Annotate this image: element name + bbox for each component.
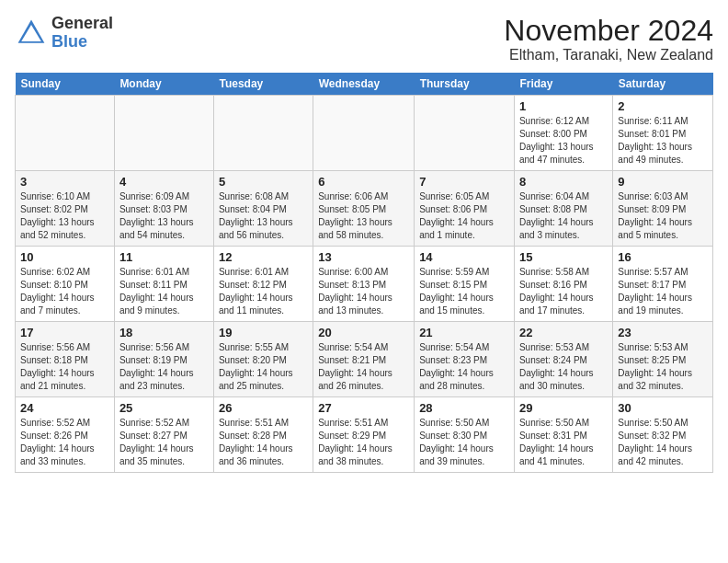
day-header-monday: Monday (114, 73, 213, 96)
day-number: 30 (618, 401, 708, 415)
cell-details: Sunrise: 6:11 AMSunset: 8:01 PMDaylight:… (618, 115, 708, 167)
calendar-cell: 4Sunrise: 6:09 AMSunset: 8:03 PMDaylight… (114, 171, 213, 247)
logo-text: General Blue (51, 15, 113, 52)
logo-blue: Blue (51, 33, 113, 52)
calendar-cell: 3Sunrise: 6:10 AMSunset: 8:02 PMDaylight… (16, 171, 115, 247)
title-area: November 2024 Eltham, Taranaki, New Zeal… (504, 15, 713, 63)
cell-details: Sunrise: 5:53 AMSunset: 8:25 PMDaylight:… (618, 341, 708, 393)
calendar-cell (313, 96, 415, 171)
cell-details: Sunrise: 5:58 AMSunset: 8:16 PMDaylight:… (519, 266, 608, 317)
month-title: November 2024 (504, 15, 713, 47)
day-number: 24 (20, 401, 109, 415)
cell-details: Sunrise: 5:59 AMSunset: 8:15 PMDaylight:… (419, 266, 509, 317)
calendar-cell: 5Sunrise: 6:08 AMSunset: 8:04 PMDaylight… (213, 171, 313, 247)
calendar-cell: 29Sunrise: 5:50 AMSunset: 8:31 PMDayligh… (514, 397, 612, 473)
day-number: 9 (618, 175, 708, 189)
calendar-cell (16, 96, 115, 171)
day-header-thursday: Thursday (415, 73, 515, 96)
day-number: 22 (519, 326, 608, 339)
calendar-cell: 18Sunrise: 5:56 AMSunset: 8:19 PMDayligh… (114, 322, 213, 397)
day-header-tuesday: Tuesday (213, 73, 313, 96)
cell-details: Sunrise: 6:08 AMSunset: 8:04 PMDaylight:… (219, 190, 308, 242)
day-number: 11 (119, 250, 209, 264)
calendar-cell (114, 96, 213, 171)
day-number: 16 (618, 250, 708, 264)
day-number: 3 (20, 175, 109, 189)
day-number: 28 (419, 401, 509, 415)
calendar-cell: 11Sunrise: 6:01 AMSunset: 8:11 PMDayligh… (114, 247, 213, 322)
day-number: 1 (519, 99, 608, 113)
calendar-cell: 14Sunrise: 5:59 AMSunset: 8:15 PMDayligh… (415, 247, 515, 322)
calendar-cell: 25Sunrise: 5:52 AMSunset: 8:27 PMDayligh… (114, 397, 213, 473)
location-subtitle: Eltham, Taranaki, New Zealand (504, 47, 713, 63)
day-header-friday: Friday (514, 73, 612, 96)
calendar-cell: 28Sunrise: 5:50 AMSunset: 8:30 PMDayligh… (415, 397, 515, 473)
day-header-row: SundayMondayTuesdayWednesdayThursdayFrid… (16, 73, 713, 96)
calendar-cell: 7Sunrise: 6:05 AMSunset: 8:06 PMDaylight… (415, 171, 515, 247)
cell-details: Sunrise: 6:09 AMSunset: 8:03 PMDaylight:… (119, 190, 209, 242)
day-number: 18 (119, 326, 209, 339)
calendar-cell: 22Sunrise: 5:53 AMSunset: 8:24 PMDayligh… (514, 322, 612, 397)
calendar-cell (213, 96, 313, 171)
calendar-cell: 13Sunrise: 6:00 AMSunset: 8:13 PMDayligh… (313, 247, 415, 322)
cell-details: Sunrise: 5:51 AMSunset: 8:29 PMDaylight:… (318, 417, 409, 468)
cell-details: Sunrise: 5:52 AMSunset: 8:26 PMDaylight:… (20, 417, 109, 468)
day-number: 20 (318, 326, 409, 339)
day-number: 5 (219, 175, 308, 189)
cell-details: Sunrise: 5:52 AMSunset: 8:27 PMDaylight:… (119, 417, 209, 468)
day-number: 6 (318, 175, 409, 189)
calendar-cell: 6Sunrise: 6:06 AMSunset: 8:05 PMDaylight… (313, 171, 415, 247)
logo-general: General (51, 15, 113, 33)
day-number: 2 (618, 99, 708, 113)
week-row-2: 3Sunrise: 6:10 AMSunset: 8:02 PMDaylight… (16, 171, 713, 247)
header: General Blue November 2024 Eltham, Taran… (15, 15, 713, 63)
cell-details: Sunrise: 5:53 AMSunset: 8:24 PMDaylight:… (519, 341, 608, 393)
cell-details: Sunrise: 5:50 AMSunset: 8:30 PMDaylight:… (419, 417, 509, 468)
calendar-cell: 19Sunrise: 5:55 AMSunset: 8:20 PMDayligh… (213, 322, 313, 397)
cell-details: Sunrise: 5:54 AMSunset: 8:23 PMDaylight:… (419, 341, 509, 393)
calendar-cell (415, 96, 515, 171)
day-number: 21 (419, 326, 509, 339)
calendar-cell: 15Sunrise: 5:58 AMSunset: 8:16 PMDayligh… (514, 247, 612, 322)
calendar-cell: 21Sunrise: 5:54 AMSunset: 8:23 PMDayligh… (415, 322, 515, 397)
day-number: 13 (318, 250, 409, 264)
day-header-wednesday: Wednesday (313, 73, 415, 96)
day-number: 19 (219, 326, 308, 339)
calendar-cell: 27Sunrise: 5:51 AMSunset: 8:29 PMDayligh… (313, 397, 415, 473)
cell-details: Sunrise: 6:05 AMSunset: 8:06 PMDaylight:… (419, 190, 509, 242)
cell-details: Sunrise: 6:10 AMSunset: 8:02 PMDaylight:… (20, 190, 109, 242)
calendar-cell: 20Sunrise: 5:54 AMSunset: 8:21 PMDayligh… (313, 322, 415, 397)
calendar-cell: 24Sunrise: 5:52 AMSunset: 8:26 PMDayligh… (16, 397, 115, 473)
day-number: 29 (519, 401, 608, 415)
calendar-cell: 8Sunrise: 6:04 AMSunset: 8:08 PMDaylight… (514, 171, 612, 247)
calendar-cell: 10Sunrise: 6:02 AMSunset: 8:10 PMDayligh… (16, 247, 115, 322)
cell-details: Sunrise: 5:56 AMSunset: 8:18 PMDaylight:… (20, 341, 109, 393)
cell-details: Sunrise: 6:03 AMSunset: 8:09 PMDaylight:… (618, 190, 708, 242)
day-number: 25 (119, 401, 209, 415)
cell-details: Sunrise: 5:57 AMSunset: 8:17 PMDaylight:… (618, 266, 708, 317)
cell-details: Sunrise: 6:01 AMSunset: 8:12 PMDaylight:… (219, 266, 308, 317)
day-number: 23 (618, 326, 708, 339)
cell-details: Sunrise: 5:54 AMSunset: 8:21 PMDaylight:… (318, 341, 409, 393)
logo: General Blue (15, 15, 113, 52)
cell-details: Sunrise: 5:50 AMSunset: 8:31 PMDaylight:… (519, 417, 608, 468)
week-row-1: 1Sunrise: 6:12 AMSunset: 8:00 PMDaylight… (16, 96, 713, 171)
day-header-saturday: Saturday (613, 73, 713, 96)
day-number: 26 (219, 401, 308, 415)
calendar-cell: 30Sunrise: 5:50 AMSunset: 8:32 PMDayligh… (613, 397, 713, 473)
cell-details: Sunrise: 6:00 AMSunset: 8:13 PMDaylight:… (318, 266, 409, 317)
day-header-sunday: Sunday (16, 73, 115, 96)
cell-details: Sunrise: 5:50 AMSunset: 8:32 PMDaylight:… (618, 417, 708, 468)
cell-details: Sunrise: 6:02 AMSunset: 8:10 PMDaylight:… (20, 266, 109, 317)
calendar-table: SundayMondayTuesdayWednesdayThursdayFrid… (15, 73, 713, 473)
day-number: 15 (519, 250, 608, 264)
calendar-cell: 16Sunrise: 5:57 AMSunset: 8:17 PMDayligh… (613, 247, 713, 322)
day-number: 10 (20, 250, 109, 264)
day-number: 17 (20, 326, 109, 339)
cell-details: Sunrise: 6:12 AMSunset: 8:00 PMDaylight:… (519, 115, 608, 167)
calendar-cell: 1Sunrise: 6:12 AMSunset: 8:00 PMDaylight… (514, 96, 612, 171)
week-row-3: 10Sunrise: 6:02 AMSunset: 8:10 PMDayligh… (16, 247, 713, 322)
cell-details: Sunrise: 5:56 AMSunset: 8:19 PMDaylight:… (119, 341, 209, 393)
calendar-cell: 17Sunrise: 5:56 AMSunset: 8:18 PMDayligh… (16, 322, 115, 397)
calendar-cell: 23Sunrise: 5:53 AMSunset: 8:25 PMDayligh… (613, 322, 713, 397)
